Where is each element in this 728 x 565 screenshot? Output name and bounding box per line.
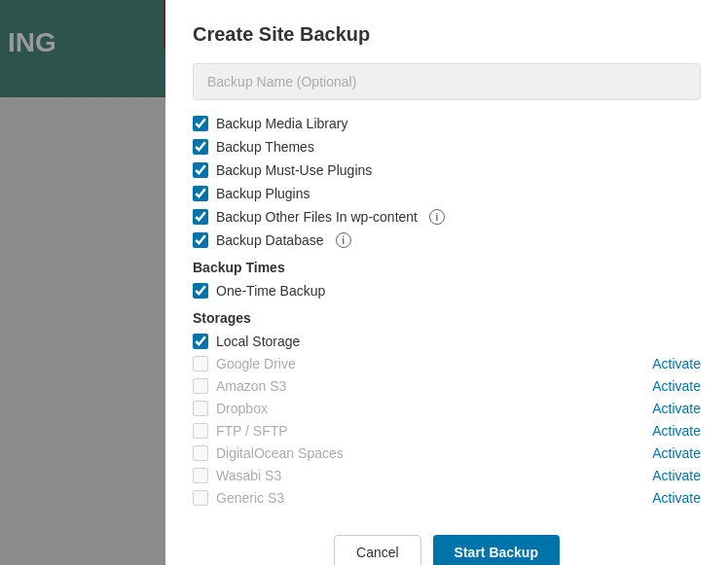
- local-storage-label: Local Storage: [216, 334, 701, 349]
- wasabi-activate-link[interactable]: Activate: [652, 468, 701, 483]
- storage-local: Local Storage: [193, 334, 701, 349]
- checkbox-backup-other: Backup Other Files In wp-content i: [193, 209, 701, 225]
- gdrive-activate-link[interactable]: Activate: [652, 356, 701, 371]
- wasabi-label: Wasabi S3: [216, 468, 644, 483]
- storage-generic-s3: Generic S3 Activate: [193, 490, 701, 506]
- backup-database-label: Backup Database: [216, 232, 324, 248]
- backup-database-checkbox[interactable]: [193, 232, 208, 248]
- storages-title: Storages: [193, 310, 701, 326]
- one-time-backup-label: One-Time Backup: [216, 283, 325, 299]
- backup-themes-checkbox[interactable]: [193, 139, 208, 155]
- backup-mu-plugins-checkbox[interactable]: [193, 162, 208, 178]
- checkbox-backup-plugins: Backup Plugins: [193, 186, 701, 201]
- storage-do-spaces: DigitalOcean Spaces Activate: [193, 445, 701, 461]
- storages-section: Local Storage Google Drive Activate Amaz…: [193, 334, 701, 506]
- ftp-label: FTP / SFTP: [216, 423, 644, 439]
- ftp-activate-link[interactable]: Activate: [652, 423, 701, 439]
- backup-other-checkbox[interactable]: [193, 209, 208, 225]
- storage-wasabi: Wasabi S3 Activate: [193, 468, 701, 483]
- generic-s3-activate-link[interactable]: Activate: [652, 490, 701, 506]
- backup-times-title: Backup Times: [193, 260, 701, 275]
- storage-amazons3: Amazon S3 Activate: [193, 378, 701, 394]
- storage-gdrive: Google Drive Activate: [193, 356, 701, 371]
- checkbox-backup-themes: Backup Themes: [193, 139, 701, 155]
- amazons3-checkbox: [193, 378, 208, 394]
- ftp-checkbox: [193, 423, 208, 439]
- gdrive-label: Google Drive: [216, 356, 644, 371]
- gdrive-checkbox: [193, 356, 208, 371]
- backup-name-input[interactable]: [193, 63, 701, 100]
- backup-themes-label: Backup Themes: [216, 139, 314, 155]
- wasabi-checkbox: [193, 468, 208, 483]
- backup-media-label: Backup Media Library: [216, 116, 347, 131]
- amazons3-label: Amazon S3: [216, 378, 644, 394]
- backup-media-checkbox[interactable]: [193, 116, 208, 131]
- dropbox-activate-link[interactable]: Activate: [652, 401, 701, 416]
- dropbox-label: Dropbox: [216, 401, 644, 416]
- backup-other-info-icon: i: [429, 209, 445, 225]
- backup-plugins-checkbox[interactable]: [193, 186, 208, 201]
- create-backup-modal: Create Site Backup Backup Media Library …: [165, 0, 728, 565]
- amazons3-activate-link[interactable]: Activate: [652, 378, 701, 394]
- local-storage-checkbox[interactable]: [193, 334, 208, 349]
- backup-database-info-icon: i: [336, 232, 351, 248]
- modal-title: Create Site Backup: [193, 23, 701, 46]
- modal-footer: Cancel Start Backup: [193, 523, 701, 565]
- do-spaces-checkbox: [193, 445, 208, 461]
- storage-ftp: FTP / SFTP Activate: [193, 423, 701, 439]
- cancel-button[interactable]: Cancel: [334, 535, 421, 565]
- checkbox-backup-database: Backup Database i: [193, 232, 701, 248]
- generic-s3-label: Generic S3: [216, 490, 644, 506]
- dropbox-checkbox: [193, 401, 208, 416]
- backup-options-section: Backup Media Library Backup Themes Backu…: [193, 116, 701, 248]
- do-spaces-activate-link[interactable]: Activate: [652, 445, 701, 461]
- backup-other-label: Backup Other Files In wp-content: [216, 209, 418, 225]
- backup-mu-plugins-label: Backup Must-Use Plugins: [216, 162, 372, 178]
- backup-plugins-label: Backup Plugins: [216, 186, 310, 201]
- do-spaces-label: DigitalOcean Spaces: [216, 445, 644, 461]
- checkbox-one-time: One-Time Backup: [193, 283, 701, 299]
- storage-dropbox: Dropbox Activate: [193, 401, 701, 416]
- one-time-backup-checkbox[interactable]: [193, 283, 208, 299]
- generic-s3-checkbox: [193, 490, 208, 506]
- checkbox-backup-media: Backup Media Library: [193, 116, 701, 131]
- checkbox-backup-mu-plugins: Backup Must-Use Plugins: [193, 162, 701, 178]
- backup-times-section: One-Time Backup: [193, 283, 701, 299]
- start-backup-button[interactable]: Start Backup: [433, 535, 560, 565]
